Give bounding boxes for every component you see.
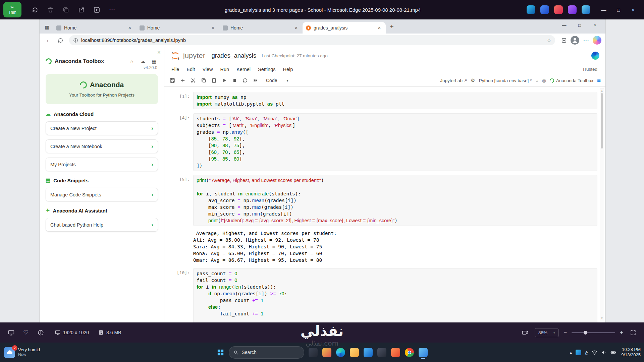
scrollbar-thumb[interactable] <box>601 93 603 148</box>
restart-kernel-icon[interactable] <box>240 76 250 85</box>
zoom-slider-thumb[interactable] <box>584 331 587 335</box>
cloud-icon[interactable]: ☁ <box>139 59 147 64</box>
toc-icon[interactable]: ≡ <box>597 77 601 84</box>
start-button[interactable] <box>217 349 224 356</box>
taskbar-search[interactable]: Search <box>229 346 304 359</box>
zoom-level-dropdown[interactable]: 88% ▾ <box>535 328 559 337</box>
save-icon[interactable] <box>167 76 177 85</box>
hidden-icons-chevron[interactable]: ▴ <box>570 350 572 355</box>
profile-avatar[interactable] <box>571 36 579 45</box>
battery-icon[interactable] <box>610 350 616 355</box>
media-player-app[interactable] <box>377 348 386 357</box>
cut-cell-icon[interactable] <box>188 76 198 85</box>
camera-icon[interactable] <box>520 327 530 338</box>
url-bar[interactable]: localhost:8890/notebooks/grades_analysis… <box>69 35 555 45</box>
more-options-icon[interactable]: ⋯ <box>105 3 119 16</box>
volume-icon[interactable] <box>601 350 607 355</box>
apps-grid-icon[interactable]: ▦ <box>150 59 158 64</box>
cell-editor[interactable]: students = ['Ali', 'Sara', 'Mona', 'Omar… <box>193 113 597 171</box>
tab-close-icon[interactable]: × <box>293 25 299 31</box>
weather-widget[interactable]: 2 Very humid Now <box>4 347 40 358</box>
browser-close-button[interactable]: × <box>587 19 603 31</box>
photos-overlay-app[interactable] <box>582 5 590 14</box>
sidebar-button[interactable]: Chat-based Python Help› <box>46 218 158 232</box>
cell-source[interactable]: print(" Average, Highest, and Lowest sco… <box>197 177 594 224</box>
wifi-icon[interactable] <box>592 350 597 355</box>
maximize-button[interactable]: □ <box>611 3 626 16</box>
fullscreen-icon[interactable] <box>628 327 638 338</box>
chrome-app[interactable] <box>405 348 414 357</box>
notebook-scrollbar[interactable]: ▴ ▾ <box>600 88 604 320</box>
copy-cell-icon[interactable] <box>198 76 209 85</box>
new-tab-button[interactable]: + <box>387 22 396 32</box>
menu-edit[interactable]: Edit <box>183 67 199 72</box>
sidebar-close-icon[interactable]: × <box>157 49 161 56</box>
browser-tab[interactable]: grades_analysis× <box>303 22 386 34</box>
filmora-app[interactable] <box>391 348 400 357</box>
photos-app[interactable] <box>419 348 428 357</box>
heart-icon[interactable]: ♡ <box>21 327 31 338</box>
code-cell[interactable]: [10]:pass_count = 0 fail_count = 0 for i… <box>169 268 597 322</box>
menu-run[interactable]: Run <box>217 67 233 72</box>
delete-icon[interactable] <box>44 3 57 16</box>
restart-run-all-icon[interactable] <box>250 76 261 85</box>
browser-maximize-button[interactable]: □ <box>572 19 587 31</box>
menu-kernel[interactable]: Kernel <box>233 67 254 72</box>
tab-actions-icon[interactable]: ▦ <box>42 22 52 32</box>
cell-editor[interactable]: pass_count = 0 fail_count = 0 for i in r… <box>193 268 597 322</box>
code-cell[interactable]: [4]:students = ['Ali', 'Sara', 'Mona', '… <box>169 113 597 171</box>
zoom-out-icon[interactable]: − <box>564 329 567 336</box>
browser-minimize-button[interactable]: — <box>556 19 572 31</box>
tab-close-icon[interactable]: × <box>127 25 133 31</box>
taskbar-clock[interactable]: 10:28 PM 9/13/2025 <box>621 347 641 358</box>
copilot-icon[interactable] <box>593 36 601 45</box>
close-button[interactable]: × <box>626 3 641 16</box>
add-cell-icon[interactable] <box>177 76 188 85</box>
browser-tab[interactable]: Home× <box>219 22 303 34</box>
language-indicator[interactable]: ع <box>585 349 588 355</box>
browser-tab[interactable]: Home× <box>136 22 219 34</box>
people-app[interactable] <box>322 348 331 357</box>
cell-type-dropdown[interactable]: Code ▾ <box>266 78 288 83</box>
code-cell[interactable]: [1]:import numpy as np import matplotlib… <box>169 92 597 109</box>
trim-button[interactable]: ✂ Trim <box>3 2 21 17</box>
site-info-icon[interactable] <box>73 38 78 43</box>
jupyterlab-link[interactable]: JupyterLab ↗ <box>440 78 467 83</box>
minimize-button[interactable]: — <box>596 3 611 16</box>
paste-cell-icon[interactable] <box>209 76 219 85</box>
record-again-icon[interactable] <box>28 3 42 16</box>
collections-icon[interactable] <box>559 35 569 45</box>
sidebar-button[interactable]: Create a New Notebook› <box>46 139 158 153</box>
play-icon[interactable] <box>90 3 103 16</box>
sidebar-button[interactable]: My Projects› <box>46 158 158 171</box>
run-cell-icon[interactable] <box>219 76 229 85</box>
scroll-up-icon[interactable]: ▴ <box>600 89 604 92</box>
scroll-down-icon[interactable]: ▾ <box>600 316 604 320</box>
code-cell[interactable]: [5]:print(" Average, Highest, and Lowest… <box>169 175 597 226</box>
back-icon[interactable]: ← <box>44 35 54 45</box>
menu-help[interactable]: Help <box>279 67 297 72</box>
browser-tab[interactable]: Home× <box>53 22 136 34</box>
file-explorer-app[interactable] <box>350 348 359 357</box>
sidebar-button[interactable]: Manage Code Snippets› <box>46 188 158 201</box>
sidebar-button[interactable]: Create a New Project› <box>46 121 158 135</box>
cell-editor[interactable]: import numpy as np import matplotlib.pyp… <box>193 92 597 109</box>
share-icon[interactable] <box>74 3 88 16</box>
bookmark-star-icon[interactable]: ☆ <box>545 36 553 45</box>
settings-gear-icon[interactable]: ⚙ <box>471 77 475 83</box>
edge-sidebar-icon[interactable] <box>591 52 599 60</box>
stop-kernel-icon[interactable] <box>229 76 240 85</box>
browser-menu-icon[interactable]: ⋯ <box>581 35 591 45</box>
cell-source[interactable]: students = ['Ali', 'Sara', 'Mona', 'Omar… <box>197 115 594 169</box>
blue-overlay-app[interactable] <box>540 5 549 14</box>
cell-editor[interactable]: print(" Average, Highest, and Lowest sco… <box>193 175 597 226</box>
screens-icon[interactable] <box>59 3 72 16</box>
edge-app[interactable] <box>336 348 345 357</box>
menu-settings[interactable]: Settings <box>254 67 279 72</box>
zoom-slider[interactable] <box>572 332 615 333</box>
home-icon[interactable]: ⌂ <box>128 59 136 64</box>
cell-source[interactable]: import numpy as np import matplotlib.pyp… <box>197 94 594 107</box>
menu-view[interactable]: View <box>199 67 216 72</box>
tab-close-icon[interactable]: × <box>210 25 216 31</box>
zoom-in-icon[interactable]: + <box>620 329 623 336</box>
